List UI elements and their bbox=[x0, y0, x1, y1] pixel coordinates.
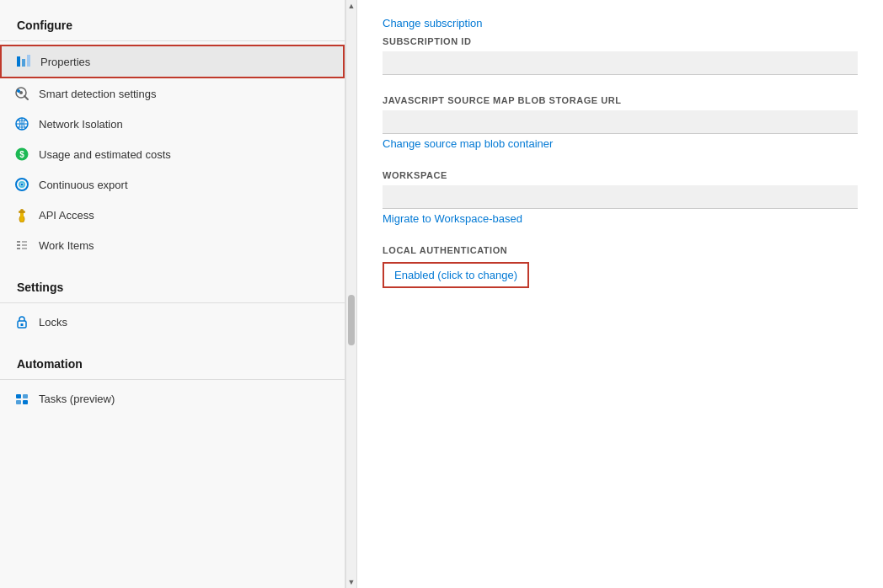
sidebar-item-continuous-export-label: Continuous export bbox=[39, 179, 128, 191]
sidebar-item-work-items[interactable]: Work Items bbox=[0, 230, 345, 260]
sidebar-item-locks-label: Locks bbox=[39, 316, 67, 329]
sidebar-item-api-access-label: API Access bbox=[39, 209, 94, 222]
workspace-label: WORKSPACE bbox=[383, 170, 858, 180]
sidebar-item-usage-costs[interactable]: $ Usage and estimated costs bbox=[0, 139, 345, 169]
change-subscription-link[interactable]: Change subscription bbox=[383, 17, 483, 29]
sidebar-item-locks[interactable]: Locks bbox=[0, 307, 345, 337]
locks-icon bbox=[13, 313, 30, 330]
local-auth-label: LOCAL AUTHENTICATION bbox=[383, 245, 858, 255]
sidebar-item-tasks-label: Tasks (preview) bbox=[39, 393, 115, 405]
api-access-icon bbox=[13, 206, 30, 223]
work-items-icon bbox=[13, 237, 30, 254]
network-isolation-icon bbox=[13, 115, 30, 132]
main-content: Change subscription SUBSCRIPTION ID JAVA… bbox=[357, 0, 883, 588]
smart-detection-icon bbox=[13, 85, 30, 102]
sidebar-item-smart-detection-label: Smart detection settings bbox=[39, 88, 156, 100]
migrate-link[interactable]: Migrate to Workspace-based bbox=[383, 212, 522, 225]
settings-section-label: Settings bbox=[0, 269, 345, 299]
change-source-link[interactable]: Change source map blob container bbox=[383, 137, 553, 150]
scroll-down-arrow[interactable]: ▼ bbox=[345, 576, 357, 588]
sidebar-item-continuous-export[interactable]: Continuous export bbox=[0, 169, 345, 200]
svg-line-5 bbox=[24, 96, 28, 99]
sidebar-item-network-isolation[interactable]: Network Isolation bbox=[0, 109, 345, 139]
local-auth-toggle[interactable]: Enabled (click to change) bbox=[383, 262, 529, 288]
svg-text:$: $ bbox=[19, 150, 24, 159]
sidebar-item-smart-detection[interactable]: Smart detection settings bbox=[0, 78, 345, 109]
continuous-export-icon bbox=[13, 176, 30, 193]
settings-divider bbox=[0, 302, 345, 303]
sidebar-item-properties[interactable]: Properties bbox=[0, 45, 345, 78]
sidebar-item-api-access[interactable]: API Access bbox=[0, 200, 345, 230]
subscription-id-group: SUBSCRIPTION ID bbox=[383, 36, 858, 75]
js-source-map-input[interactable] bbox=[383, 110, 858, 134]
svg-rect-28 bbox=[21, 323, 24, 326]
usage-costs-icon: $ bbox=[13, 146, 30, 163]
automation-divider bbox=[0, 379, 345, 380]
subscription-id-label: SUBSCRIPTION ID bbox=[383, 36, 858, 46]
sidebar-item-tasks[interactable]: Tasks (preview) bbox=[0, 383, 345, 414]
scroll-up-arrow[interactable]: ▲ bbox=[345, 0, 357, 12]
svg-rect-29 bbox=[16, 394, 21, 398]
properties-icon bbox=[15, 53, 32, 70]
svg-rect-31 bbox=[16, 400, 21, 404]
svg-point-16 bbox=[21, 184, 24, 186]
workspace-input[interactable] bbox=[383, 185, 858, 209]
configure-section-label: Configure bbox=[0, 7, 345, 37]
js-source-map-group: JAVASCRIPT SOURCE MAP BLOB STORAGE URL C… bbox=[383, 95, 858, 150]
sidebar: Configure Properties Smart detection set… bbox=[0, 0, 345, 588]
configure-divider bbox=[0, 40, 345, 41]
js-source-map-label: JAVASCRIPT SOURCE MAP BLOB STORAGE URL bbox=[383, 95, 858, 105]
svg-point-20 bbox=[20, 209, 24, 211]
svg-rect-30 bbox=[23, 394, 28, 398]
svg-rect-2 bbox=[27, 55, 30, 67]
svg-rect-18 bbox=[20, 212, 24, 219]
tasks-icon bbox=[13, 390, 30, 407]
subscription-id-input[interactable] bbox=[383, 51, 858, 75]
workspace-group: WORKSPACE Migrate to Workspace-based bbox=[383, 170, 858, 225]
svg-rect-1 bbox=[22, 59, 25, 67]
local-auth-group: LOCAL AUTHENTICATION Enabled (click to c… bbox=[383, 245, 858, 288]
sidebar-item-work-items-label: Work Items bbox=[39, 239, 94, 252]
automation-section-label: Automation bbox=[0, 345, 345, 376]
svg-rect-0 bbox=[17, 56, 20, 67]
sidebar-item-properties-label: Properties bbox=[40, 56, 90, 68]
sidebar-item-usage-costs-label: Usage and estimated costs bbox=[39, 148, 171, 161]
scrollbar[interactable]: ▲ ▼ bbox=[345, 0, 357, 588]
change-subscription-group: Change subscription bbox=[383, 0, 858, 36]
svg-point-6 bbox=[18, 90, 20, 93]
sidebar-item-network-isolation-label: Network Isolation bbox=[39, 118, 123, 131]
svg-rect-32 bbox=[23, 400, 28, 404]
scrollbar-thumb[interactable] bbox=[348, 295, 355, 345]
